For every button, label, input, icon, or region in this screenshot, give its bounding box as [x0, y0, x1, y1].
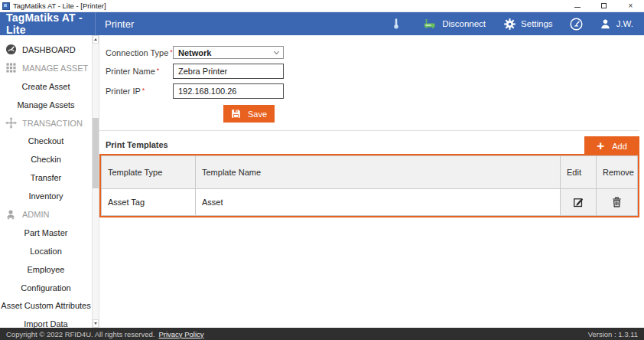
sidebar-item-label: Create Asset — [22, 82, 70, 91]
save-label: Save — [248, 110, 267, 119]
sidebar-item-label: Transfer — [31, 173, 62, 182]
trash-icon — [612, 196, 622, 208]
remove-template-button[interactable] — [597, 189, 638, 216]
printer-name-input[interactable] — [173, 64, 284, 79]
user-icon — [600, 18, 611, 30]
column-header-template-type: Template Type — [102, 156, 196, 189]
sidebar-item-label: Manage Assets — [17, 100, 74, 110]
close-button[interactable]: × — [617, 0, 644, 11]
minimize-button[interactable] — [564, 0, 590, 11]
scroll-down-button[interactable] — [93, 319, 99, 328]
copyright-text: Copyright © 2022 RFID4U. All rights rese… — [6, 330, 154, 338]
connection-type-select[interactable]: Network — [173, 46, 284, 59]
sidebar-nav: DASHBOARDMANAGE ASSETCreate AssetManage … — [0, 35, 92, 328]
sidebar-item-part-master[interactable]: Part Master — [0, 224, 92, 242]
user-menu[interactable]: J.W. — [600, 18, 633, 30]
move-icon — [5, 117, 17, 129]
gauge-dial-icon[interactable] — [570, 18, 583, 31]
minimize-icon — [574, 7, 581, 8]
status-footer: Copyright © 2022 RFID4U. All rights rese… — [0, 328, 644, 340]
template-row: Asset TagAsset — [102, 189, 638, 216]
brand-title: TagMatiks AT - Lite — [0, 12, 96, 35]
sidebar-item-transfer[interactable]: Transfer — [0, 168, 92, 187]
sidebar-item-label: DASHBOARD — [22, 45, 76, 54]
sidebar-item-label: Inventory — [28, 191, 63, 201]
sidebar-item-label: Location — [30, 247, 62, 256]
person-icon — [5, 208, 17, 221]
connection-type-value: Network — [178, 48, 211, 57]
thermometer-icon[interactable] — [391, 18, 402, 30]
sidebar-item-asset-custom-attributes[interactable]: Asset Custom Attributes — [0, 296, 92, 315]
sidebar-item-transaction[interactable]: TRANSACTION — [0, 114, 92, 132]
template-name-cell: Asset — [196, 189, 561, 216]
sidebar-item-employee[interactable]: Employee — [0, 260, 92, 279]
templates-table-body: Asset TagAsset — [102, 189, 638, 216]
maximize-icon — [601, 3, 607, 8]
sidebar-item-inventory[interactable]: Inventory — [0, 187, 92, 205]
add-label: Add — [612, 142, 627, 151]
disconnect-button[interactable]: Disconnect — [423, 18, 486, 30]
sidebar-item-label: Checkin — [31, 155, 61, 164]
window-title: TagMatiks AT - Lite - [Printer] — [13, 2, 106, 10]
sidebar-item-dashboard[interactable]: DASHBOARD — [0, 41, 92, 59]
sidebar-item-manage-asset[interactable]: MANAGE ASSET — [0, 59, 92, 77]
printer-settings-panel: Connection Type* Network Printer Name* P… — [99, 35, 644, 328]
sidebar-item-label: Asset Custom Attributes — [1, 301, 90, 310]
printer-name-label: Printer Name* — [106, 67, 173, 76]
column-header-remove: Remove — [597, 156, 638, 189]
user-initials: J.W. — [616, 19, 633, 28]
print-templates-title: Print Templates — [106, 140, 168, 149]
sidebar-scrollbar[interactable] — [92, 35, 99, 328]
required-marker: * — [142, 87, 145, 94]
sidebar-item-label: TRANSACTION — [22, 119, 83, 128]
maximize-button[interactable] — [590, 0, 617, 11]
sidebar-item-checkout[interactable]: Checkout — [0, 132, 92, 150]
gear-icon — [504, 18, 516, 30]
privacy-policy-link[interactable]: Privacy Policy — [158, 330, 203, 338]
sidebar-item-label: MANAGE ASSET — [22, 64, 88, 73]
blocks-icon — [5, 62, 17, 74]
sidebar-item-label: ADMIN — [22, 210, 49, 219]
sidebar-item-configuration[interactable]: Configuration — [0, 279, 92, 297]
save-button[interactable]: Save — [223, 105, 275, 123]
sidebar-item-checkin[interactable]: Checkin — [0, 150, 92, 168]
arrow-down-icon — [94, 322, 97, 325]
version-text: Version : 1.3.11 — [588, 330, 638, 338]
app-header: TagMatiks AT - Lite Printer — [0, 12, 644, 35]
sidebar-item-label: Configuration — [21, 283, 70, 293]
chevron-down-icon — [274, 48, 279, 54]
arrow-up-icon — [94, 38, 97, 41]
sidebar-item-manage-assets[interactable]: Manage Assets — [0, 96, 92, 114]
sidebar-item-label: Employee — [28, 265, 65, 274]
sidebar-item-label: Checkout — [28, 136, 63, 145]
printer-ip-label: Printer IP* — [106, 87, 173, 96]
reader-icon — [423, 18, 437, 30]
os-titlebar: TagMatiks AT - Lite - [Printer] × — [0, 0, 644, 12]
disconnect-label: Disconnect — [442, 19, 486, 28]
templates-header-row: Template TypeTemplate NameEditRemove — [102, 156, 638, 189]
sidebar-item-create-asset[interactable]: Create Asset — [0, 77, 92, 96]
edit-template-button[interactable] — [561, 189, 597, 216]
save-icon — [231, 109, 241, 119]
column-header-edit: Edit — [561, 156, 597, 189]
plus-icon: + — [597, 141, 604, 151]
printer-ip-input[interactable] — [173, 83, 284, 99]
edit-icon — [573, 196, 584, 208]
sidebar-item-label: Part Master — [24, 228, 68, 237]
scroll-up-button[interactable] — [93, 35, 99, 44]
template-type-cell: Asset Tag — [102, 189, 196, 216]
settings-button[interactable]: Settings — [504, 18, 553, 30]
column-header-template-name: Template Name — [196, 156, 561, 189]
sidebar-item-label: Import Data — [24, 319, 67, 329]
scrollbar-thumb[interactable] — [93, 118, 99, 188]
add-template-button[interactable]: + Add — [584, 136, 639, 155]
required-marker: * — [157, 67, 160, 74]
settings-label: Settings — [521, 19, 553, 28]
sidebar-item-admin[interactable]: ADMIN — [0, 205, 92, 224]
page-title: Printer — [105, 18, 134, 30]
app-logo-icon — [2, 2, 10, 10]
gauge-icon — [5, 44, 17, 56]
print-templates-table: Template TypeTemplate NameEditRemove Ass… — [99, 154, 639, 217]
connection-type-label: Connection Type* — [106, 48, 173, 57]
sidebar-item-location[interactable]: Location — [0, 242, 92, 260]
